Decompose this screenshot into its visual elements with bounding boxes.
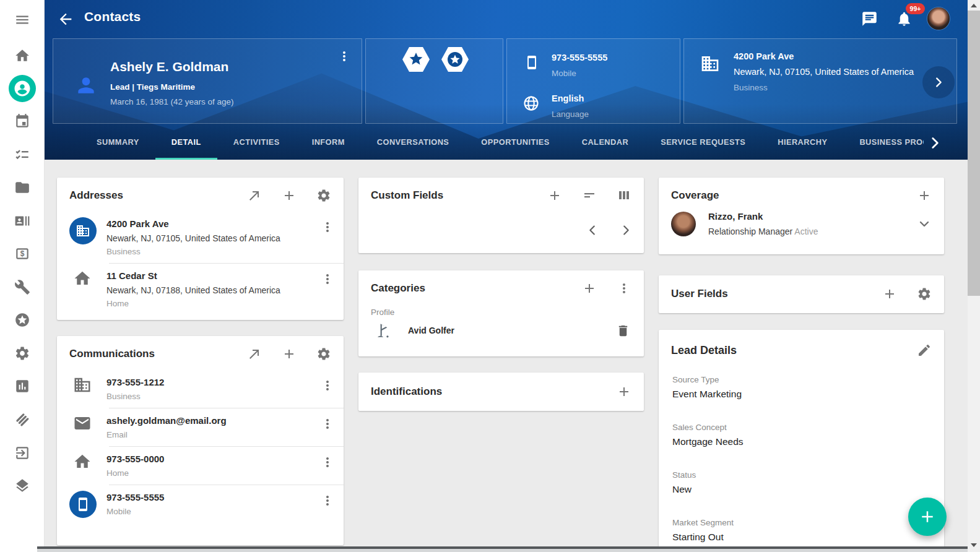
communication-row[interactable]: 973-555-1212 Business: [57, 370, 344, 408]
person-icon: [74, 74, 98, 97]
page-previous-chevron-icon[interactable]: [586, 223, 599, 237]
address-row[interactable]: 11 Cedar St Newark, NJ, 07188, United St…: [57, 264, 344, 315]
tab-calendar[interactable]: Calendar: [566, 127, 644, 160]
add-coverage-icon[interactable]: [917, 188, 932, 203]
sidebar-item-layers[interactable]: [0, 473, 45, 498]
add-custom-field-icon[interactable]: [547, 188, 562, 203]
scrollbar-up-arrow[interactable]: [968, 0, 980, 11]
tab-service-requests[interactable]: Service Requests: [644, 127, 761, 160]
sidebar-item-tasks[interactable]: [0, 142, 45, 167]
contacts-person-icon: [9, 75, 36, 102]
sidebar-item-home[interactable]: [0, 43, 45, 68]
lead-field: Source Type Event Marketing: [672, 375, 932, 400]
primary-address-panel: 4200 Park Ave Newark, NJ, 07105, United …: [683, 38, 957, 124]
lead-field: Status New: [672, 470, 932, 495]
sidebar-item-calendar[interactable]: [0, 109, 45, 134]
back-arrow-icon[interactable]: [57, 11, 74, 28]
open-in-new-icon[interactable]: [247, 188, 262, 203]
row-kebab-menu-icon[interactable]: [320, 455, 335, 470]
row-kebab-menu-icon[interactable]: [320, 272, 335, 287]
sidebar-item-contacts[interactable]: [0, 74, 45, 103]
edit-pencil-icon[interactable]: [917, 343, 932, 358]
plus-icon: [918, 507, 937, 526]
view-columns-icon[interactable]: [617, 188, 631, 203]
tab-business-processes[interactable]: Business Processes: [843, 127, 924, 160]
user-fields-card: User Fields: [659, 275, 944, 313]
add-communication-icon[interactable]: [282, 347, 297, 361]
contact-birthdate: March 16, 1981 (42 years of age): [110, 97, 234, 106]
badges-panel: [365, 38, 503, 124]
tab-summary[interactable]: Summary: [80, 127, 155, 160]
window-bottom-strip: [37, 549, 968, 552]
expand-chevron-down-icon[interactable]: [917, 217, 932, 231]
add-category-icon[interactable]: [582, 281, 597, 296]
sidebar-item-exit[interactable]: [0, 441, 45, 465]
hexagon-circled-star-badge-icon[interactable]: [441, 46, 469, 72]
addresses-settings-gear-icon[interactable]: [316, 188, 331, 203]
address-row[interactable]: 4200 Park Ave Newark, NJ, 07105, United …: [57, 212, 344, 263]
hero-next-chevron-icon[interactable]: [922, 66, 955, 98]
category-row[interactable]: Avid Golfer: [358, 322, 644, 339]
categories-kebab-menu-icon[interactable]: [617, 281, 631, 296]
tabs-scroll-chevron-icon[interactable]: [927, 135, 943, 151]
sidebar-item-favorites[interactable]: [0, 308, 45, 332]
add-identification-icon[interactable]: [617, 384, 631, 399]
building-icon: [73, 376, 90, 393]
menu-icon[interactable]: [0, 7, 45, 32]
tab-opportunities[interactable]: Opportunities: [465, 127, 565, 160]
contact-kebab-menu-icon[interactable]: [337, 49, 352, 64]
hexagon-star-badge-icon[interactable]: [402, 46, 430, 72]
globe-icon: [523, 95, 540, 112]
scrollbar-thumb[interactable]: [968, 11, 980, 296]
communication-label: Mobile: [106, 507, 320, 516]
identifications-title: Identifications: [371, 386, 597, 398]
tab-inform[interactable]: Inform: [296, 127, 361, 160]
row-kebab-menu-icon[interactable]: [320, 378, 335, 393]
sidebar-item-reports[interactable]: [0, 374, 45, 399]
tab-activities[interactable]: Activities: [217, 127, 296, 160]
row-kebab-menu-icon[interactable]: [320, 220, 335, 235]
communications-title: Communications: [69, 348, 227, 360]
user-avatar[interactable]: [927, 7, 950, 30]
lead-field: Sales Concept Mortgage Needs: [672, 423, 932, 447]
vertical-scrollbar[interactable]: [968, 0, 980, 552]
row-kebab-menu-icon[interactable]: [320, 416, 335, 431]
building-icon: [700, 54, 720, 74]
sidebar-item-settings[interactable]: [0, 341, 45, 366]
delete-trash-icon[interactable]: [616, 324, 630, 338]
communication-label: Business: [106, 392, 320, 401]
tab-conversations[interactable]: Conversations: [361, 127, 466, 160]
field-value: Mortgage Needs: [672, 436, 932, 447]
chat-icon[interactable]: [861, 11, 878, 27]
tab-hierarchy[interactable]: Hierarchy: [761, 127, 843, 160]
tab-detail[interactable]: Detail: [155, 127, 217, 160]
communication-row[interactable]: 973-555-0000 Home: [57, 447, 344, 485]
page-next-chevron-icon[interactable]: [619, 223, 633, 237]
sidebar-item-directory[interactable]: [0, 209, 45, 233]
coverage-status: Active: [794, 226, 818, 236]
add-address-icon[interactable]: [282, 188, 297, 203]
address-type-label: Business: [106, 247, 320, 256]
address-line1: 4200 Park Ave: [734, 51, 794, 61]
sidebar-item-documents[interactable]: [0, 175, 45, 200]
sort-icon[interactable]: [582, 188, 597, 203]
communication-row[interactable]: ashely.goldman@email.org Email: [57, 408, 344, 446]
sidebar-item-deals[interactable]: [0, 407, 45, 432]
sidebar-item-tools[interactable]: [0, 275, 45, 300]
categories-card: Categories Profile Avid Golfer: [358, 270, 644, 356]
custom-fields-title: Custom Fields: [371, 189, 527, 202]
coverage-card: Coverage Rizzo, Frank Relationship Manag…: [659, 178, 944, 254]
add-user-field-icon[interactable]: [882, 287, 897, 301]
add-fab-button[interactable]: [908, 498, 947, 536]
address-line2: Newark, NJ, 07105, United States of Amer…: [106, 233, 285, 243]
open-in-new-icon[interactable]: [247, 347, 262, 361]
golf-flag-icon: [376, 322, 392, 339]
field-value: New: [672, 484, 932, 495]
scrollbar-down-arrow[interactable]: [968, 540, 980, 550]
coverage-row[interactable]: Rizzo, Frank Relationship Manager Active: [659, 211, 944, 236]
row-kebab-menu-icon[interactable]: [320, 493, 335, 508]
user-fields-settings-gear-icon[interactable]: [917, 287, 932, 301]
communications-settings-gear-icon[interactable]: [316, 347, 331, 361]
sidebar-item-billing[interactable]: $: [0, 241, 45, 266]
communication-row[interactable]: 973-555-5555 Mobile: [57, 485, 344, 525]
